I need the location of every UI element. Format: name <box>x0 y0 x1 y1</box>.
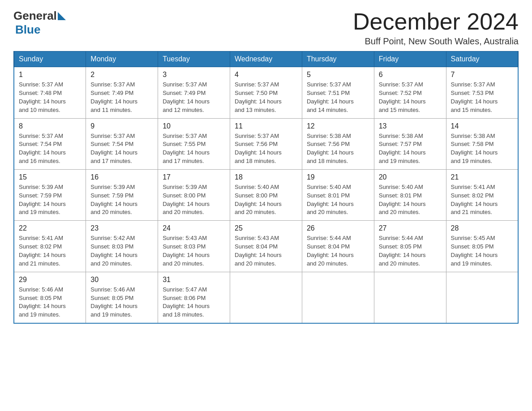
day-number: 8 <box>19 122 81 130</box>
calendar-cell: 13 Sunrise: 5:38 AM Sunset: 7:57 PM Dayl… <box>374 118 446 169</box>
day-number: 21 <box>451 173 513 181</box>
day-info: Sunrise: 5:37 AM Sunset: 7:50 PM Dayligh… <box>235 81 297 114</box>
calendar-cell: 30 Sunrise: 5:46 AM Sunset: 8:05 PM Dayl… <box>86 272 158 323</box>
calendar-week-row: 8 Sunrise: 5:37 AM Sunset: 7:54 PM Dayli… <box>14 118 518 169</box>
day-number: 3 <box>163 71 225 79</box>
header-friday: Friday <box>374 51 446 67</box>
day-number: 26 <box>307 224 369 232</box>
calendar-cell: 20 Sunrise: 5:40 AM Sunset: 8:01 PM Dayl… <box>374 169 446 220</box>
day-number: 5 <box>307 71 369 79</box>
calendar-cell: 18 Sunrise: 5:40 AM Sunset: 8:00 PM Dayl… <box>230 169 302 220</box>
logo: General Blue <box>13 9 66 37</box>
header-tuesday: Tuesday <box>158 51 230 67</box>
calendar-table: SundayMondayTuesdayWednesdayThursdayFrid… <box>13 51 519 324</box>
day-number: 25 <box>235 224 297 232</box>
page-header: General Blue December 2024 Buff Point, N… <box>13 9 519 47</box>
calendar-cell <box>374 272 446 323</box>
day-number: 24 <box>163 224 225 232</box>
calendar-header-row: SundayMondayTuesdayWednesdayThursdayFrid… <box>14 51 518 67</box>
calendar-cell: 3 Sunrise: 5:37 AM Sunset: 7:49 PM Dayli… <box>158 67 230 118</box>
day-info: Sunrise: 5:37 AM Sunset: 7:54 PM Dayligh… <box>90 132 153 166</box>
day-number: 30 <box>90 276 153 284</box>
header-saturday: Saturday <box>446 51 518 67</box>
day-info: Sunrise: 5:45 AM Sunset: 8:05 PM Dayligh… <box>451 234 513 268</box>
day-info: Sunrise: 5:44 AM Sunset: 8:04 PM Dayligh… <box>307 234 369 268</box>
calendar-week-row: 15 Sunrise: 5:39 AM Sunset: 7:59 PM Dayl… <box>14 169 518 220</box>
month-year-title: December 2024 <box>353 9 519 34</box>
day-number: 9 <box>90 122 153 130</box>
day-info: Sunrise: 5:41 AM Sunset: 8:02 PM Dayligh… <box>19 234 81 268</box>
day-info: Sunrise: 5:43 AM Sunset: 8:03 PM Dayligh… <box>163 234 225 268</box>
day-info: Sunrise: 5:39 AM Sunset: 7:59 PM Dayligh… <box>19 183 81 217</box>
calendar-cell: 27 Sunrise: 5:44 AM Sunset: 8:05 PM Dayl… <box>374 221 446 272</box>
day-info: Sunrise: 5:37 AM Sunset: 7:53 PM Dayligh… <box>451 81 513 114</box>
day-number: 12 <box>307 122 369 130</box>
day-info: Sunrise: 5:40 AM Sunset: 8:00 PM Dayligh… <box>235 183 297 217</box>
calendar-cell: 8 Sunrise: 5:37 AM Sunset: 7:54 PM Dayli… <box>14 118 86 169</box>
day-info: Sunrise: 5:37 AM Sunset: 7:48 PM Dayligh… <box>19 81 81 114</box>
day-info: Sunrise: 5:37 AM Sunset: 7:56 PM Dayligh… <box>235 132 297 166</box>
day-info: Sunrise: 5:41 AM Sunset: 8:02 PM Dayligh… <box>451 183 513 217</box>
header-sunday: Sunday <box>14 51 86 67</box>
day-number: 31 <box>163 276 225 284</box>
day-info: Sunrise: 5:38 AM Sunset: 7:56 PM Dayligh… <box>307 132 369 166</box>
calendar-cell: 14 Sunrise: 5:38 AM Sunset: 7:58 PM Dayl… <box>446 118 518 169</box>
day-info: Sunrise: 5:46 AM Sunset: 8:05 PM Dayligh… <box>90 286 153 319</box>
day-info: Sunrise: 5:37 AM Sunset: 7:55 PM Dayligh… <box>163 132 225 166</box>
calendar-cell: 7 Sunrise: 5:37 AM Sunset: 7:53 PM Dayli… <box>446 67 518 118</box>
day-info: Sunrise: 5:43 AM Sunset: 8:04 PM Dayligh… <box>235 234 297 268</box>
calendar-cell: 6 Sunrise: 5:37 AM Sunset: 7:52 PM Dayli… <box>374 67 446 118</box>
logo-icon <box>58 12 66 20</box>
day-info: Sunrise: 5:38 AM Sunset: 7:57 PM Dayligh… <box>379 132 442 166</box>
calendar-cell: 4 Sunrise: 5:37 AM Sunset: 7:50 PM Dayli… <box>230 67 302 118</box>
day-number: 22 <box>19 224 81 232</box>
calendar-cell: 1 Sunrise: 5:37 AM Sunset: 7:48 PM Dayli… <box>14 67 86 118</box>
day-info: Sunrise: 5:39 AM Sunset: 8:00 PM Dayligh… <box>163 183 225 217</box>
day-info: Sunrise: 5:37 AM Sunset: 7:51 PM Dayligh… <box>307 81 369 114</box>
header-wednesday: Wednesday <box>230 51 302 67</box>
day-number: 27 <box>379 224 442 232</box>
day-number: 18 <box>235 173 297 181</box>
day-number: 13 <box>379 122 442 130</box>
day-info: Sunrise: 5:44 AM Sunset: 8:05 PM Dayligh… <box>379 234 442 268</box>
day-number: 17 <box>163 173 225 181</box>
logo-blue: Blue <box>15 23 40 36</box>
day-number: 2 <box>90 71 153 79</box>
calendar-cell: 17 Sunrise: 5:39 AM Sunset: 8:00 PM Dayl… <box>158 169 230 220</box>
day-number: 7 <box>451 71 513 79</box>
day-info: Sunrise: 5:40 AM Sunset: 8:01 PM Dayligh… <box>379 183 442 217</box>
calendar-cell: 15 Sunrise: 5:39 AM Sunset: 7:59 PM Dayl… <box>14 169 86 220</box>
day-info: Sunrise: 5:37 AM Sunset: 7:49 PM Dayligh… <box>163 81 225 114</box>
calendar-cell: 29 Sunrise: 5:46 AM Sunset: 8:05 PM Dayl… <box>14 272 86 323</box>
calendar-cell: 12 Sunrise: 5:38 AM Sunset: 7:56 PM Dayl… <box>302 118 374 169</box>
day-number: 20 <box>379 173 442 181</box>
svg-marker-0 <box>58 12 66 20</box>
calendar-cell: 24 Sunrise: 5:43 AM Sunset: 8:03 PM Dayl… <box>158 221 230 272</box>
header-monday: Monday <box>86 51 158 67</box>
day-info: Sunrise: 5:39 AM Sunset: 7:59 PM Dayligh… <box>90 183 153 217</box>
day-number: 29 <box>19 276 81 284</box>
calendar-cell: 16 Sunrise: 5:39 AM Sunset: 7:59 PM Dayl… <box>86 169 158 220</box>
day-number: 16 <box>90 173 153 181</box>
day-info: Sunrise: 5:38 AM Sunset: 7:58 PM Dayligh… <box>451 132 513 166</box>
calendar-week-row: 1 Sunrise: 5:37 AM Sunset: 7:48 PM Dayli… <box>14 67 518 118</box>
day-number: 14 <box>451 122 513 130</box>
calendar-cell: 25 Sunrise: 5:43 AM Sunset: 8:04 PM Dayl… <box>230 221 302 272</box>
day-number: 15 <box>19 173 81 181</box>
day-info: Sunrise: 5:42 AM Sunset: 8:03 PM Dayligh… <box>90 234 153 268</box>
day-info: Sunrise: 5:37 AM Sunset: 7:54 PM Dayligh… <box>19 132 81 166</box>
calendar-week-row: 29 Sunrise: 5:46 AM Sunset: 8:05 PM Dayl… <box>14 272 518 323</box>
day-number: 6 <box>379 71 442 79</box>
calendar-cell: 10 Sunrise: 5:37 AM Sunset: 7:55 PM Dayl… <box>158 118 230 169</box>
calendar-cell: 9 Sunrise: 5:37 AM Sunset: 7:54 PM Dayli… <box>86 118 158 169</box>
logo-general: General <box>13 9 57 23</box>
calendar-cell: 19 Sunrise: 5:40 AM Sunset: 8:01 PM Dayl… <box>302 169 374 220</box>
calendar-cell: 5 Sunrise: 5:37 AM Sunset: 7:51 PM Dayli… <box>302 67 374 118</box>
header-thursday: Thursday <box>302 51 374 67</box>
calendar-cell: 28 Sunrise: 5:45 AM Sunset: 8:05 PM Dayl… <box>446 221 518 272</box>
calendar-cell: 11 Sunrise: 5:37 AM Sunset: 7:56 PM Dayl… <box>230 118 302 169</box>
day-info: Sunrise: 5:37 AM Sunset: 7:52 PM Dayligh… <box>379 81 442 114</box>
calendar-cell: 23 Sunrise: 5:42 AM Sunset: 8:03 PM Dayl… <box>86 221 158 272</box>
calendar-cell: 21 Sunrise: 5:41 AM Sunset: 8:02 PM Dayl… <box>446 169 518 220</box>
day-number: 23 <box>90 224 153 232</box>
